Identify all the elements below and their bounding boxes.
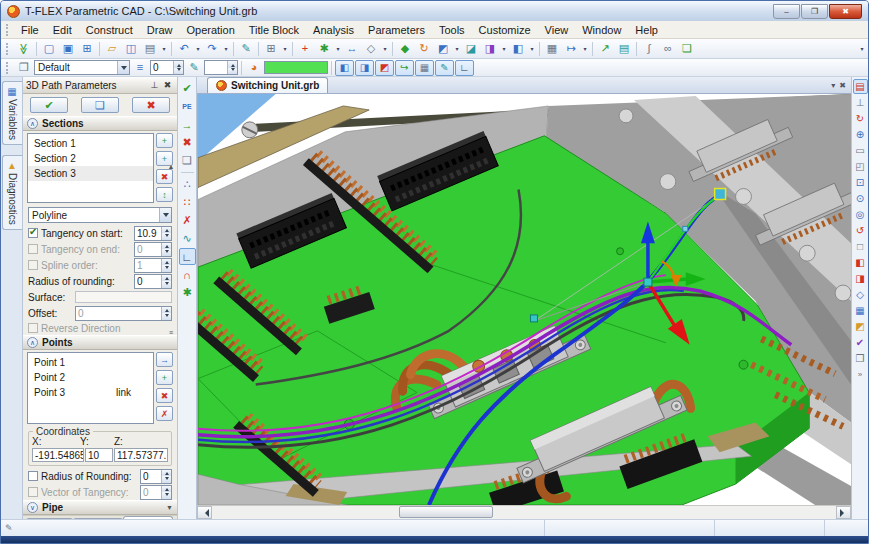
3d-node-icon[interactable]: ✱ [315,41,333,57]
y-value-field[interactable]: 10 [85,448,113,462]
close-view-icon[interactable]: ✖ [839,81,846,90]
combo-arrow-icon[interactable] [159,208,171,222]
filter-mesh-toggle[interactable]: ▦ [415,60,434,76]
radius-of-rounding-spinner[interactable]: 0 [140,469,172,484]
shading-mode-1-icon[interactable]: ◧ [853,255,868,270]
maximize-button[interactable]: ❐ [801,4,828,19]
minimize-button[interactable]: – [773,4,800,19]
add-point-button[interactable]: + [156,370,173,385]
path-by-points-icon[interactable]: ∴ [179,176,196,193]
menu-customize[interactable]: Customize [472,22,538,38]
panel-scroll-up-icon[interactable]: ▲ [166,163,176,170]
menu-edit[interactable]: Edit [46,22,79,38]
x-value-field[interactable]: -191.54865 [32,448,84,462]
scroll-left-icon[interactable] [197,506,212,519]
scroll-down-icon[interactable]: ▼ [166,504,173,511]
auto-rotate-icon[interactable]: ↻ [853,111,868,126]
new-document-icon[interactable]: ▢ [40,41,58,57]
apply-view-icon[interactable]: ✔ [853,335,868,350]
zoom-all-icon[interactable]: ▭ [853,143,868,158]
workplane-icon[interactable]: ◇ [362,41,380,57]
filter-face-toggle[interactable]: ◨ [355,60,374,76]
close-button[interactable]: ✖ [829,4,862,19]
zoom-in-icon[interactable]: ⊕ [853,127,868,142]
delete-section-button[interactable]: ✖ [156,169,173,184]
menu-analysis[interactable]: Analysis [306,22,361,38]
collapse-sections-icon[interactable]: ∧ [27,118,38,129]
menu-view[interactable]: View [538,22,576,38]
preview-button[interactable]: ❏ [81,97,119,113]
radius-of-rounding-checkbox[interactable] [28,471,38,481]
combo-arrow-icon[interactable] [117,61,129,74]
scroll-right-icon[interactable] [836,506,851,519]
measure-icon[interactable]: ↦ [562,41,580,57]
path-cancel-icon[interactable]: ✖ [179,134,196,151]
shell-dropdown-icon[interactable]: ▾ [528,41,536,57]
shaded-view-icon[interactable]: ◩ [853,319,868,334]
shell-icon[interactable]: ◧ [509,41,527,57]
scrollbar-track[interactable] [212,506,836,519]
points-group-header[interactable]: ∧ Points [23,335,177,350]
add-section-button[interactable]: + [156,133,173,148]
path-preview-icon[interactable]: ❏ [179,152,196,169]
radius-rounding-spinner[interactable]: 0 [134,274,172,289]
delete-point-button[interactable]: ✖ [156,388,173,403]
grid-icon[interactable]: ⊞ [262,41,280,57]
filter-node-toggle[interactable]: ∟ [455,60,474,76]
point-item[interactable]: Point 3link [28,385,153,400]
tab-model[interactable]: ▤ Model... [73,518,124,519]
menu-title-block[interactable]: Title Block [242,22,306,38]
z-value-field[interactable]: 117.57377. [114,448,168,462]
spline-order-checkbox[interactable] [28,260,38,270]
menu-operation[interactable]: Operation [179,22,241,38]
clear-points-button[interactable]: ✗ [156,406,173,421]
cancel-button[interactable]: ✖ [132,97,170,113]
rotate-view-icon[interactable]: ↺ [853,223,868,238]
collapse-points-icon[interactable]: ∧ [27,337,38,348]
path-edit-icon[interactable]: PE [179,98,196,115]
pattern-icon[interactable]: ▦ [543,41,561,57]
horizontal-scrollbar[interactable] [197,505,851,519]
print-dropdown-icon[interactable]: ▾ [160,41,168,57]
pin-view-icon[interactable]: ⊥ [853,95,868,110]
path-endpoint-handle[interactable] [715,189,726,200]
scrollbar-thumb[interactable] [399,506,493,518]
document-list-icon[interactable]: ▾ [831,81,835,90]
boolean-dropdown-icon[interactable]: ▾ [453,41,461,57]
tangency-end-checkbox[interactable] [28,244,38,254]
filter-sketch-toggle[interactable]: ✎ [435,60,454,76]
bom-table-icon[interactable]: ▤ [615,41,633,57]
path-corner-icon[interactable]: ∟ [179,248,196,265]
vector-of-tangency-checkbox[interactable] [28,487,38,497]
tab-3d-model[interactable]: ✱ 3D M... [26,518,73,519]
level-spinner[interactable] [204,60,238,75]
sketch-icon[interactable]: ✎ [237,41,255,57]
zoom-frame-icon[interactable]: ◰ [853,159,868,174]
menu-tools[interactable]: Tools [432,22,472,38]
surface-dropdown-icon[interactable]: ▾ [500,41,508,57]
path-segment-icon[interactable]: → [179,116,196,133]
close-panel-icon[interactable]: ✖ [161,79,174,92]
selection-frame-icon[interactable]: ❏ [678,41,696,57]
pin-panel-icon[interactable]: ⊥ [148,79,161,92]
curve-type-combobox[interactable]: Polyline [28,207,172,223]
section-item[interactable]: Section 1 [28,136,153,151]
hidden-lines-icon[interactable]: □ [853,239,868,254]
undo-dropdown-icon[interactable]: ▾ [194,41,202,57]
path-ok-icon[interactable]: ✔ [179,80,196,97]
reorder-section-button[interactable]: ↕ [156,187,173,202]
tangency-start-spinner[interactable]: 10.9 [134,226,172,241]
path-endpoint-icon[interactable]: ✱ [179,284,196,301]
expand-pipe-icon[interactable]: ∨ [27,502,38,513]
surface-operation-icon[interactable]: ◨ [481,41,499,57]
pipe-group-header[interactable]: ∨ Pipe ▼ [23,500,177,515]
redo-icon[interactable]: ↷ [203,41,221,57]
path-by-nodes-icon[interactable]: ∷ [179,194,196,211]
insert-point-button[interactable]: → [156,352,173,367]
spin-down-icon[interactable] [228,68,237,75]
path-arc-icon[interactable]: ∩ [179,266,196,283]
wireframe-icon[interactable]: ▦ [853,303,868,318]
spin-down-icon[interactable] [174,68,183,75]
revolve-icon[interactable]: ↻ [415,41,433,57]
redo-dropdown-icon[interactable]: ▾ [222,41,230,57]
